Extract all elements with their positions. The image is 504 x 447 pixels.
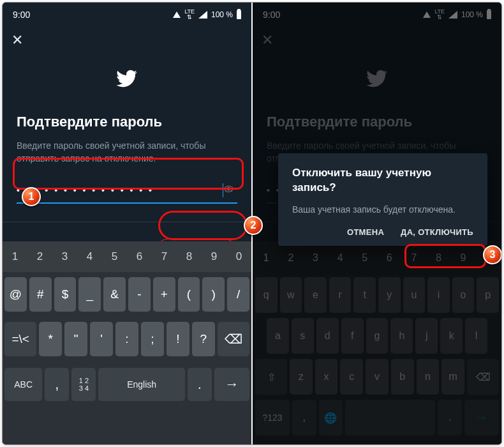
dialog-body: Ваша учетная запись будет отключена. [292, 203, 473, 216]
lte-label: LTE⇅ [184, 9, 195, 20]
phone-right: 9:00 LTE⇅ 100 % ✕ Подтвердите пароль Вве… [253, 3, 501, 444]
key[interactable]: ( [178, 277, 200, 312]
key[interactable]: 1 [3, 241, 27, 272]
key[interactable]: 0 [226, 241, 251, 272]
eye-icon[interactable]: 👁 [223, 183, 237, 197]
close-bar: ✕ [3, 27, 251, 54]
close-icon[interactable]: ✕ [11, 32, 23, 49]
dialog-actions: ОТМЕНА ДА, ОТКЛЮЧИТЬ [292, 227, 473, 237]
confirm-dialog: Отключить вашу учетную запись? Ваша учет… [278, 153, 487, 246]
key[interactable]: ? [192, 322, 215, 356]
twitter-bird-icon [116, 68, 138, 92]
key[interactable]: 3 [52, 241, 77, 272]
phone-left: 9:00 LTE⇅ 100 % ✕ Подтвердите пароль Вве… [3, 3, 251, 444]
key[interactable]: / [227, 277, 249, 312]
key[interactable]: + [153, 277, 175, 312]
key-backspace[interactable]: ⌫ [218, 322, 249, 356]
key[interactable]: 9 [202, 241, 226, 272]
key[interactable]: ' [90, 322, 113, 356]
keyboard-bottom-row: ABC , 1 23 4 English . → [3, 368, 251, 404]
key[interactable]: 8 [177, 241, 202, 272]
status-bar: 9:00 LTE⇅ 100 % [3, 3, 251, 27]
key[interactable]: ) [202, 277, 225, 312]
keyboard-number-row: 1 2 3 4 5 6 7 8 9 0 [3, 241, 251, 272]
key[interactable]: : [115, 322, 138, 356]
key[interactable]: & [103, 277, 126, 312]
key[interactable]: _ [78, 277, 101, 312]
soft-keyboard[interactable]: 1 2 3 4 5 6 7 8 9 0 @ # $ _ & - [3, 241, 251, 444]
key[interactable]: " [64, 322, 87, 356]
battery-label: 100 % [211, 10, 233, 19]
key[interactable]: 4 [77, 241, 102, 272]
status-icons: LTE⇅ 100 % [173, 9, 241, 20]
key[interactable]: # [29, 277, 52, 312]
dialog-title: Отключить вашу учетную запись? [292, 166, 473, 195]
key[interactable]: ! [167, 322, 189, 356]
keyboard-symbol-row-1: @ # $ _ & - + ( ) / [3, 277, 251, 317]
signal-icon [198, 11, 207, 19]
logo-wrap [3, 68, 251, 92]
wifi-icon [173, 11, 181, 18]
password-mask: • • • • • • • • • • • • • • • [17, 185, 221, 195]
keyboard-symbol-row-2: =\< * " ' : ; ! ? ⌫ [3, 322, 251, 361]
page-title: Подтвердите пароль [3, 114, 251, 130]
key[interactable]: ; [141, 322, 164, 356]
key-symbols-page[interactable]: =\< [4, 322, 36, 356]
key-fraction[interactable]: 1 23 4 [71, 368, 96, 401]
key[interactable]: 7 [152, 241, 177, 272]
dialog-confirm-button[interactable]: ДА, ОТКЛЮЧИТЬ [401, 227, 473, 237]
key-enter[interactable]: → [214, 368, 249, 401]
key[interactable]: * [39, 322, 62, 356]
key[interactable]: 6 [127, 241, 152, 272]
key[interactable]: $ [54, 277, 77, 312]
key-space[interactable]: English [98, 368, 184, 401]
key[interactable]: @ [4, 277, 27, 312]
key[interactable]: 2 [27, 241, 52, 272]
key[interactable]: 5 [102, 241, 127, 272]
key-period[interactable]: . [188, 368, 212, 401]
key[interactable]: - [128, 277, 151, 312]
key-abc[interactable]: ABC [4, 368, 42, 401]
dialog-cancel-button[interactable]: ОТМЕНА [347, 227, 384, 237]
password-input[interactable]: • • • • • • • • • • • • • • • 👁 [17, 178, 237, 204]
page-subtext: Введите пароль своей учетной записи, что… [3, 139, 251, 165]
battery-icon [237, 10, 241, 19]
key-comma[interactable]: , [45, 368, 69, 401]
status-time: 9:00 [13, 10, 30, 20]
